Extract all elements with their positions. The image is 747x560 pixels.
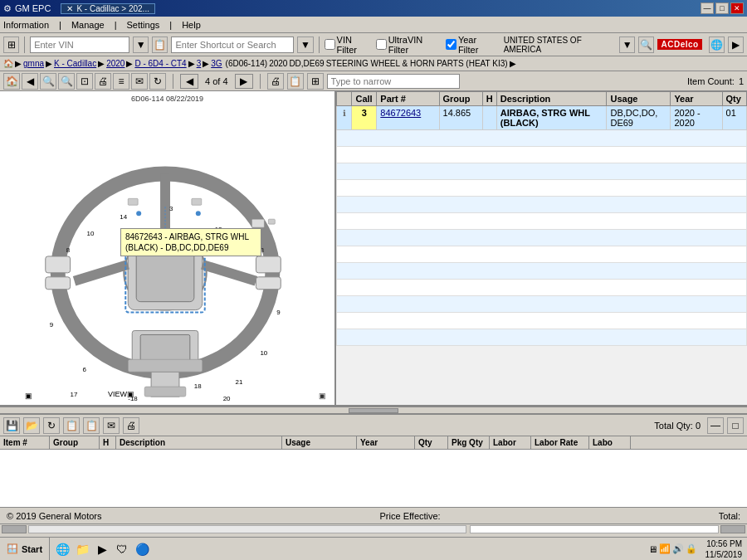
- start-button[interactable]: 🪟 Start: [0, 538, 50, 561]
- toolbar-extra-icon-1[interactable]: 🌐: [709, 37, 725, 53]
- year-filter-checkbox[interactable]: [446, 39, 456, 50]
- dropdown-arrow-shortcut[interactable]: ▼: [297, 37, 313, 53]
- ultravin-filter-label[interactable]: UltraVIN Filter: [376, 35, 442, 55]
- breadcrumb-year2: 2020: [269, 59, 287, 68]
- row-partnum[interactable]: 84672643: [377, 106, 439, 130]
- menu-item-information[interactable]: Information: [3, 20, 49, 30]
- year-filter-label[interactable]: Year Filter: [446, 35, 497, 55]
- narrow-search-input[interactable]: [327, 74, 460, 89]
- title-bar: ⚙ GM EPC ✕ K - Cadillac > 202... — □ ✕: [0, 0, 747, 17]
- corner-icon[interactable]: ▣: [319, 392, 326, 400]
- tray-icon-1: 🖥: [648, 544, 657, 554]
- search-icon[interactable]: 🔍: [638, 37, 654, 53]
- cart-col-qty: Qty: [415, 436, 448, 449]
- toolbar-extra-icon-2[interactable]: ▶: [728, 37, 744, 53]
- minimize-button[interactable]: —: [701, 2, 714, 14]
- breadcrumb-3[interactable]: 3: [197, 59, 202, 68]
- toolbar: ⊞ ▼ 📋 ▼ VIN Filter UltraVIN Filter Year …: [0, 33, 747, 56]
- svg-text:10: 10: [87, 230, 95, 237]
- menu-item-settings[interactable]: Settings: [127, 20, 160, 30]
- nav-email-icon[interactable]: ✉: [131, 73, 148, 90]
- cart-col-laborrate: Labor Rate: [531, 436, 589, 449]
- svg-rect-37: [268, 219, 275, 224]
- breadcrumb-2020[interactable]: 2020: [106, 59, 124, 68]
- taskbar-app-icon[interactable]: 🛡: [113, 540, 131, 558]
- table-row: [337, 163, 747, 180]
- nav-home-icon[interactable]: 🏠: [3, 73, 20, 90]
- cart-scrollbar[interactable]: [0, 523, 747, 533]
- ultravin-filter-text: UltraVIN Filter: [388, 35, 442, 55]
- nav-list-icon[interactable]: ≡: [113, 73, 129, 90]
- row-call: 3: [352, 106, 377, 130]
- tab-close-icon[interactable]: ✕: [66, 4, 73, 13]
- shortcut-icon[interactable]: 📋: [152, 37, 168, 53]
- taskbar-media-icon[interactable]: ▶: [93, 540, 111, 558]
- dropdown-arrow-vin[interactable]: ▼: [133, 37, 149, 53]
- cart-col-labo: Labo: [589, 436, 631, 449]
- nav-sep: [173, 74, 173, 89]
- breadcrumb-cadillac[interactable]: K - Cadillac: [54, 59, 96, 68]
- cart-refresh-icon[interactable]: ↻: [43, 417, 60, 434]
- table-row[interactable]: ℹ 3 84672643 14.865 AIRBAG, STRG WHL (BL…: [337, 106, 747, 130]
- menu-item-manage[interactable]: Manage: [71, 20, 105, 30]
- page-icon[interactable]: ▣: [25, 392, 32, 400]
- nav-print-icon[interactable]: 🖨: [95, 73, 111, 90]
- nav-icon-group: 🏠 ◀ 🔍 🔍 ⊡ 🖨 ≡ ✉ ↻: [3, 73, 166, 90]
- svg-text:20: 20: [223, 395, 231, 402]
- vin-filter-checkbox[interactable]: [325, 39, 335, 50]
- ultravin-filter-checkbox[interactable]: [376, 39, 387, 50]
- vin-input[interactable]: [30, 37, 129, 53]
- total-label: Total:: [719, 511, 740, 521]
- breadcrumb-gmna[interactable]: gmna: [23, 59, 44, 68]
- breadcrumb-d6d4[interactable]: D - 6D4 - CT4: [134, 59, 186, 68]
- year-filter-text: Year Filter: [458, 35, 497, 55]
- vin-filter-text: VIN Filter: [337, 35, 373, 55]
- table-row: [337, 313, 747, 329]
- list-icon-2[interactable]: 📋: [287, 73, 304, 90]
- breadcrumb-3g[interactable]: 3G: [211, 59, 222, 68]
- main-content: 6D06-114 08/22/2019: [0, 91, 747, 407]
- cart-print-icon[interactable]: 🖨: [123, 417, 139, 434]
- nav-zoom-in-icon[interactable]: 🔍: [40, 73, 56, 90]
- breadcrumb-sep-3: ▶: [126, 59, 133, 68]
- horizontal-scrollbar[interactable]: [0, 407, 747, 413]
- nav-zoom-out-icon[interactable]: 🔍: [58, 73, 75, 90]
- close-button[interactable]: ✕: [730, 2, 744, 14]
- prev-page-button[interactable]: ◀: [180, 74, 198, 89]
- row-qty: 01: [722, 106, 746, 130]
- svg-rect-36: [251, 219, 264, 227]
- app-title: GM EPC: [15, 3, 51, 13]
- breadcrumb-home-icon[interactable]: 🏠: [3, 59, 13, 68]
- vin-filter-label[interactable]: VIN Filter: [325, 35, 373, 55]
- cart-email-icon[interactable]: ✉: [103, 417, 120, 434]
- tab-label[interactable]: K - Cadillac > 202...: [76, 4, 149, 13]
- taskbar-app-icon2[interactable]: 🔵: [133, 540, 151, 558]
- nav-refresh-icon[interactable]: ↻: [149, 73, 166, 90]
- taskbar-ie-icon[interactable]: 🌐: [53, 540, 71, 558]
- row-icon: ℹ: [337, 106, 352, 130]
- cart-col-usage: Usage: [282, 436, 357, 449]
- region-dropdown-icon[interactable]: ▼: [619, 37, 635, 53]
- svg-text:14: 14: [120, 213, 127, 221]
- cart-save-icon[interactable]: 💾: [3, 417, 20, 434]
- cart-copy2-icon[interactable]: 📋: [83, 417, 100, 434]
- cart-open-icon[interactable]: 📂: [23, 417, 40, 434]
- table-row: [337, 147, 747, 163]
- next-page-button[interactable]: ▶: [235, 74, 253, 89]
- nav-fit-icon[interactable]: ⊡: [76, 73, 93, 90]
- shortcut-search-input[interactable]: [171, 37, 294, 53]
- cart-minimize-btn[interactable]: —: [707, 417, 724, 434]
- new-tab-icon[interactable]: ⊞: [3, 37, 19, 53]
- print-icon-2[interactable]: 🖨: [267, 73, 284, 90]
- taskbar-folder-icon[interactable]: 📁: [73, 540, 91, 558]
- grid-icon[interactable]: ⊞: [307, 73, 324, 90]
- maximize-button[interactable]: □: [715, 2, 729, 14]
- cart-maximize-btn[interactable]: □: [727, 417, 744, 434]
- cart-copy-icon[interactable]: 📋: [63, 417, 80, 434]
- menu-item-help[interactable]: Help: [182, 20, 201, 30]
- tray-network-icon: 📶: [659, 543, 671, 554]
- window-controls: — □ ✕: [701, 2, 744, 14]
- nav-back-icon[interactable]: ◀: [22, 73, 38, 90]
- svg-rect-38: [128, 359, 203, 372]
- cart-col-labor: Labor: [490, 436, 531, 449]
